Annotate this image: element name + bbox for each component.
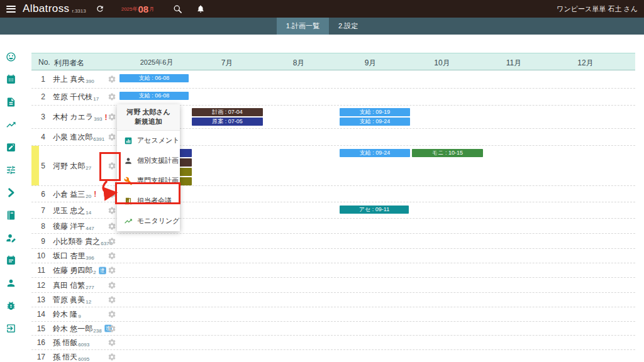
person-icon[interactable] — [6, 278, 16, 288]
row-name-text: 佐藤 勇四郎 — [53, 265, 92, 276]
individual-plan-icon — [124, 156, 133, 165]
tab-settings[interactable]: 2.設定 — [329, 18, 367, 35]
meeting-room-icon — [124, 197, 133, 206]
gear-button[interactable] — [108, 310, 116, 319]
refresh-icon[interactable] — [96, 4, 104, 13]
search-icon[interactable] — [173, 4, 182, 14]
gantt-bar[interactable]: 計画 : 07-04 — [192, 108, 263, 116]
row-no: 14 — [31, 310, 45, 319]
gantt-bar[interactable]: 原案 : 07-05 — [192, 118, 263, 126]
app-window: Albatross r.3313 2025年 08 月 ワンピース単単 石土 さ… — [0, 0, 644, 362]
gear-button[interactable] — [108, 324, 116, 333]
gantt-bar[interactable]: アセ : 09-11 — [340, 206, 409, 214]
gear-button[interactable] — [108, 295, 116, 304]
wrench-icon — [124, 177, 133, 185]
menu-item-monitoring[interactable]: モニタリング — [117, 211, 180, 231]
row-name: 坂口 杏里 396 — [53, 251, 94, 261]
hamburger-icon[interactable] — [6, 6, 16, 13]
edit-icon[interactable] — [6, 142, 16, 153]
chevron-right-icon[interactable] — [6, 187, 16, 198]
calendar-icon[interactable] — [6, 74, 16, 85]
row-name: 鈴木 悠一郎 238 達 — [53, 323, 112, 334]
gear-button[interactable] — [108, 162, 116, 170]
bug-icon[interactable] — [6, 300, 16, 311]
gear-icon — [108, 92, 116, 101]
row-name: 児玉 忠之 14 — [53, 205, 91, 216]
row-sub: 17 — [93, 96, 99, 102]
gantt-bar[interactable]: 支給 : 09-19 — [340, 108, 410, 116]
gear-icon — [108, 133, 116, 141]
tune-icon[interactable] — [6, 165, 16, 175]
row-name-text: 真田 信繁 — [53, 280, 85, 290]
book-icon[interactable] — [6, 210, 16, 221]
row-name-text: 孫 悟天 — [53, 352, 77, 362]
gear-button[interactable] — [108, 266, 116, 275]
month-header: 7月 — [221, 58, 233, 69]
tab-plan-list[interactable]: 1.計画一覧 — [277, 18, 329, 35]
gear-icon — [108, 162, 116, 170]
sidebar — [0, 35, 21, 362]
gear-button[interactable] — [108, 338, 116, 347]
row-no: 17 — [31, 353, 45, 361]
gear-icon — [108, 310, 116, 319]
document-icon[interactable] — [6, 97, 16, 107]
gear-icon — [108, 353, 116, 361]
gear-button[interactable] — [108, 353, 116, 361]
menu-item-label: 個別支援計画 — [137, 156, 179, 165]
topbar: Albatross r.3313 2025年 08 月 ワンピース単単 石土 さ… — [0, 0, 644, 18]
menu-item-specialist-plan[interactable]: 専門支援計画 — [117, 171, 180, 191]
table-row: 1 井上 真央 390 支給 : 06-08 — [31, 70, 635, 89]
gear-button[interactable] — [108, 133, 116, 141]
row-sub: 396 — [86, 255, 94, 261]
date-month-suffix: 月 — [149, 6, 154, 13]
gear-button[interactable] — [108, 206, 116, 215]
gear-button[interactable] — [108, 75, 116, 84]
gear-button[interactable] — [108, 222, 116, 231]
gantt-bar[interactable]: 支給 : 09-24 — [340, 118, 410, 126]
row-no: 9 — [31, 237, 45, 246]
row-name: 小倉 益三 20 ! — [53, 189, 96, 199]
trend-icon[interactable] — [6, 119, 16, 130]
smiley-icon[interactable] — [6, 52, 16, 62]
current-month[interactable]: 2025年 08 月 — [121, 4, 154, 14]
row-name-text: 河野 太郎 — [53, 160, 85, 171]
logout-icon[interactable] — [6, 323, 16, 334]
table-row: 14 鈴木 隆 9 — [31, 307, 635, 322]
row-name: 笠原 千代枝 17 — [53, 92, 99, 102]
gear-button[interactable] — [108, 251, 116, 260]
row-sub: 6095 — [78, 356, 89, 362]
menu-item-staff-meeting[interactable]: 担当者会議 — [117, 191, 180, 211]
gear-icon — [108, 75, 116, 84]
row-name: 河野 太郎 27 — [53, 160, 91, 171]
row-sub: 390 — [86, 79, 94, 85]
gear-button[interactable] — [108, 190, 116, 199]
menu-item-assessment[interactable]: アセスメント — [117, 131, 180, 151]
bell-icon[interactable] — [196, 4, 205, 13]
row-name-text: 孫 悟飯 — [53, 337, 77, 348]
row-name-text: 小倉 益三 — [53, 189, 85, 199]
context-menu-header: 河野 太郎さん 新規追加 — [117, 104, 180, 131]
row-name: 井上 真央 390 — [53, 74, 94, 85]
gear-icon — [108, 237, 116, 246]
gear-icon — [108, 190, 116, 199]
gear-button[interactable] — [108, 281, 116, 290]
row-no: 12 — [31, 281, 45, 290]
schedule-icon[interactable] — [6, 255, 16, 266]
tabbar: 1.計画一覧 2.設定 — [0, 18, 644, 35]
user-name[interactable]: ワンピース単単 石土 さん — [557, 4, 638, 14]
gear-icon — [108, 338, 116, 347]
row-no: 15 — [31, 324, 45, 333]
row-name: 孫 悟天 6095 — [53, 352, 89, 362]
gantt-bar[interactable]: モニ : 10-15 — [412, 149, 483, 157]
row-no: 16 — [31, 338, 45, 347]
menu-item-individual-plan[interactable]: 個別支援計画 — [117, 151, 180, 171]
row-name: 木村 カエラ 393 ! — [53, 112, 108, 123]
gear-button[interactable] — [108, 112, 116, 121]
person-edit-icon[interactable] — [6, 233, 16, 243]
gear-button[interactable] — [108, 92, 116, 101]
gantt-bar[interactable]: 支給 : 09-24 — [340, 149, 410, 157]
gantt-bar[interactable]: 支給 : 06-08 — [119, 74, 189, 82]
table-row: 13 菅原 眞美 12 — [31, 293, 635, 307]
gear-button[interactable] — [108, 237, 116, 246]
gantt-bar[interactable]: 支給 : 06-08 — [119, 92, 189, 100]
